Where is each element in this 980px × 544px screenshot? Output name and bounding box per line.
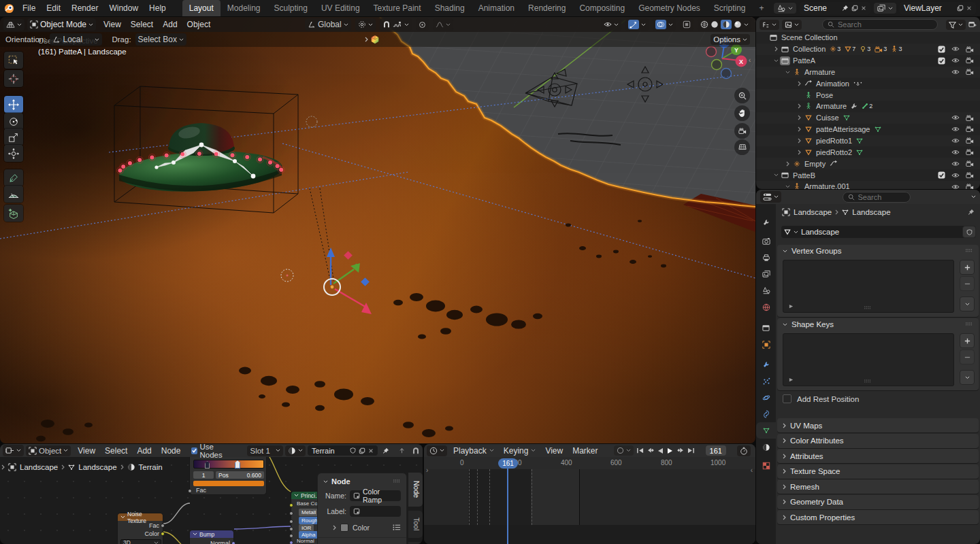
camera-view-button[interactable] (734, 123, 750, 139)
timeline-marker-strip[interactable]: Camera3Camera (424, 525, 755, 544)
outliner-search[interactable] (822, 19, 938, 30)
disable-render-toggle[interactable] (965, 137, 975, 143)
color-ramp-node[interactable]: 1 Pos0.600 Fac (189, 453, 267, 495)
viewport-menu-object[interactable]: Object (182, 18, 216, 31)
node-name-field[interactable]: Color Ramp (350, 490, 401, 501)
pan-button[interactable] (734, 105, 750, 121)
viewlayer-checkbox[interactable] (936, 171, 946, 179)
disable-render-toggle[interactable] (965, 57, 975, 65)
material-browse-button[interactable] (285, 445, 306, 456)
shader-menu-view[interactable]: View (73, 445, 100, 457)
ufo-object[interactable] (114, 86, 298, 213)
menu-file[interactable]: File (17, 1, 41, 15)
pin-icon[interactable] (842, 5, 849, 12)
viewlayer-checkbox[interactable] (936, 57, 946, 65)
object-icon[interactable] (782, 208, 790, 216)
outliner-row-armature[interactable]: Armature2 (756, 101, 980, 112)
menu-render[interactable]: Render (66, 1, 103, 15)
properties-tab-constraints[interactable] (756, 406, 776, 422)
close-icon[interactable] (966, 5, 972, 11)
playhead[interactable] (507, 458, 508, 544)
expand-arrow[interactable] (795, 126, 803, 132)
panel-header[interactable]: Attributes (777, 449, 979, 463)
outliner-row-pattea[interactable]: PatteA (756, 55, 980, 67)
tab-geometry-nodes[interactable]: Geometry Nodes (632, 0, 707, 16)
select-box-tool[interactable] (4, 52, 23, 69)
rendered-shading-icon[interactable] (734, 20, 742, 29)
disable-render-toggle[interactable] (965, 149, 975, 155)
viewport-menu-select[interactable]: Select (126, 18, 158, 31)
hide-viewport-toggle[interactable] (951, 149, 960, 155)
gizmo-extras[interactable] (365, 35, 380, 44)
color-output-socket[interactable] (161, 532, 165, 536)
properties-tab-collection[interactable] (756, 320, 776, 336)
hide-viewport-toggle[interactable] (951, 160, 960, 167)
tab-layout[interactable]: Layout (182, 0, 220, 16)
list-icon[interactable] (393, 524, 401, 531)
viewport-menu-add[interactable]: Add (158, 18, 182, 31)
noise-texture-node[interactable]: Noise Texture Fac Color 3D fBM (117, 513, 163, 544)
base-color-socket[interactable] (289, 503, 293, 507)
jump-to-end-button[interactable] (686, 445, 696, 456)
node-snapping-button[interactable] (412, 447, 420, 455)
tab-rendering[interactable]: Rendering (521, 0, 572, 16)
shading-mode-buttons[interactable] (698, 18, 751, 31)
region-collapse-arrow[interactable]: ‹ (751, 466, 753, 474)
disable-render-toggle[interactable] (965, 171, 975, 179)
panel-header[interactable]: Custom Properties (777, 510, 979, 524)
properties-tab-render[interactable] (756, 233, 776, 250)
mesh-data-icon[interactable] (842, 209, 849, 216)
socket-row-normal[interactable]: Normal (297, 538, 314, 544)
filter-button[interactable] (946, 20, 966, 30)
menu-edit[interactable]: Edit (41, 1, 66, 15)
scale-tool[interactable] (4, 129, 23, 146)
properties-search-input[interactable] (858, 193, 905, 201)
zoom-button[interactable] (734, 88, 750, 103)
next-keyframe-button[interactable] (676, 445, 686, 456)
scene-selector[interactable]: Scene (800, 2, 870, 14)
viewport-3d[interactable]: Z Y X Object Mode ViewSelectAddObject Gl… (0, 17, 755, 443)
panel-texture-space[interactable]: Texture Space (777, 464, 979, 479)
properties-tab-object[interactable] (756, 337, 776, 353)
panel-header[interactable]: UV Maps (777, 418, 979, 432)
outliner-row-piedrotto1[interactable]: piedRotto1 (756, 135, 980, 147)
tab-uv-editing[interactable]: UV Editing (314, 0, 367, 16)
snap-controls[interactable] (380, 18, 412, 31)
use-nodes-checkbox[interactable] (191, 447, 197, 454)
outliner-search-input[interactable] (838, 20, 932, 29)
outliner-row-empty[interactable]: Empty (756, 158, 980, 169)
color-swatch[interactable] (340, 524, 348, 532)
shape-key-specials-button[interactable] (960, 370, 975, 385)
hide-viewport-toggle[interactable] (951, 57, 960, 65)
expand-arrow[interactable] (783, 71, 791, 73)
fake-user-shield-button[interactable] (350, 447, 356, 454)
hide-viewport-toggle[interactable] (951, 184, 960, 189)
tab-modeling[interactable]: Modeling (220, 0, 267, 16)
ortho-toggle-button[interactable] (734, 139, 750, 155)
list-resize-grip[interactable] (864, 306, 872, 309)
disable-render-toggle[interactable] (965, 160, 975, 167)
shader-menu-add[interactable]: Add (132, 445, 156, 457)
properties-tab-material[interactable] (756, 439, 776, 456)
vertex-group-remove-button[interactable] (960, 276, 975, 291)
properties-tab-physics[interactable] (756, 390, 776, 406)
expand-arrow[interactable] (795, 81, 803, 86)
outliner-row-armature-001[interactable]: Armature.001 (756, 181, 980, 189)
shape-keys-panel-header[interactable]: Shape Keys (777, 318, 979, 330)
properties-tab-tool[interactable] (756, 214, 776, 231)
list-expand-arrow[interactable] (789, 377, 794, 382)
panel-remesh[interactable]: Remesh (777, 479, 979, 494)
slot-selector[interactable]: Slot 1 (247, 445, 283, 456)
outliner-row-piedrotto2[interactable]: piedRotto2 (756, 146, 980, 158)
show-overlays-toggle[interactable] (653, 18, 676, 31)
transform-tool[interactable] (4, 145, 23, 162)
principled-bsdf-node[interactable]: Princi... Base ColMetallRoughIORAlphaNor… (291, 491, 320, 544)
jump-to-start-button[interactable] (635, 445, 645, 456)
viewlayer-selector[interactable]: ViewLayer (900, 2, 976, 14)
editor-type-button[interactable] (3, 19, 24, 31)
hide-viewport-toggle[interactable] (951, 171, 960, 179)
properties-subpanel-header[interactable]: Properties (318, 537, 406, 544)
proportional-falloff-selector[interactable] (433, 18, 453, 31)
panel-attributes[interactable]: Attributes (777, 449, 979, 463)
add-rest-position-checkbox[interactable] (783, 394, 791, 403)
